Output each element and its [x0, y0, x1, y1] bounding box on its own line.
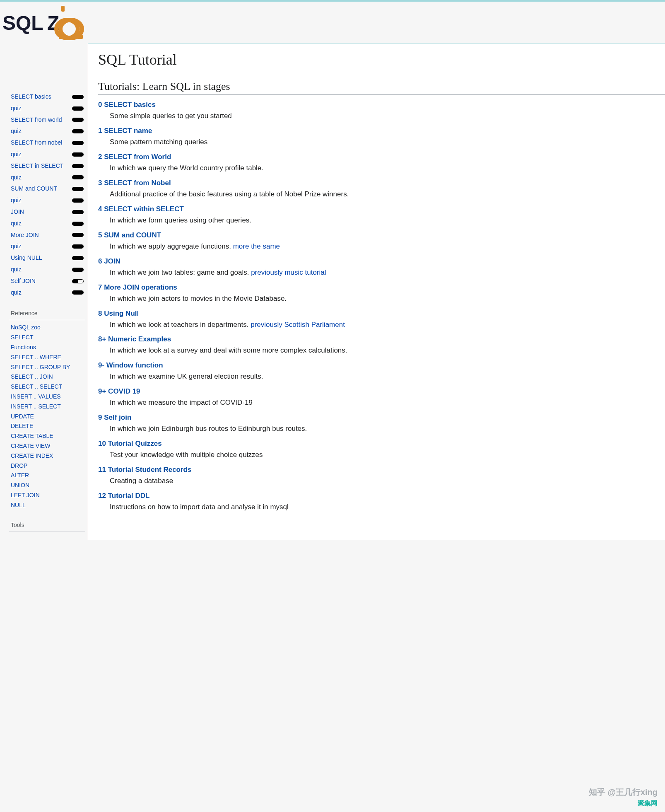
sidebar-nav-link[interactable]: SUM and COUNT — [11, 184, 57, 194]
site-logo[interactable]: SQL Z — [0, 2, 88, 41]
sidebar-reference-link[interactable]: ALTER — [11, 471, 84, 481]
svg-rect-6 — [61, 6, 65, 12]
tutorial-description: In which we join two tables; game and go… — [110, 268, 665, 278]
progress-pill-icon — [72, 233, 84, 237]
tutorial-description-text: In which we examine UK general election … — [110, 372, 263, 380]
progress-pill-icon — [72, 152, 84, 157]
sidebar-reference-link[interactable]: SELECT .. JOIN — [11, 372, 84, 382]
progress-pill-icon — [72, 256, 84, 260]
progress-pill-icon — [72, 222, 84, 226]
sidebar-reference-link[interactable]: INSERT .. SELECT — [11, 402, 84, 412]
tutorial-description-text: Test your knowledge with multiple choice… — [110, 451, 263, 459]
tutorial-title-link[interactable]: 4 SELECT within SELECT — [98, 205, 665, 213]
sidebar-reference-link[interactable]: CREATE INDEX — [11, 451, 84, 461]
sidebar-nav-row: SELECT basics — [11, 91, 84, 103]
tutorial-title-link[interactable]: 6 JOIN — [98, 257, 665, 266]
sidebar-nav-row: quiz — [11, 149, 84, 160]
progress-pill-icon — [72, 175, 84, 179]
main-content: SQL Tutorial Tutorials: Learn SQL in sta… — [88, 43, 665, 540]
section-title: Tutorials: Learn SQL in stages — [98, 80, 665, 95]
progress-pill-icon — [72, 118, 84, 122]
sidebar-reference-link[interactable]: CREATE VIEW — [11, 441, 84, 451]
tutorial-description-text: Creating a database — [110, 477, 173, 485]
sidebar-nav-link[interactable]: Using NULL — [11, 253, 42, 263]
tutorial-title-link[interactable]: 12 Tutorial DDL — [98, 492, 665, 500]
sidebar-nav-link[interactable]: SELECT from world — [11, 115, 62, 125]
tutorial-description: In which we join actors to movies in the… — [110, 294, 665, 304]
sidebar-nav-row: SELECT from world — [11, 114, 84, 126]
tutorial-description: In which we look at a survey and deal wi… — [110, 346, 665, 355]
tutorial-inline-link[interactable]: more the same — [233, 242, 280, 250]
sidebar-reference-link[interactable]: UNION — [11, 481, 84, 491]
tutorial-description: Additional practice of the basic feature… — [110, 190, 665, 199]
sidebar-nav-link[interactable]: quiz — [11, 173, 22, 183]
sidebar-nav-link[interactable]: quiz — [11, 196, 22, 205]
tutorial-inline-link[interactable]: previously Scottish Parliament — [251, 321, 345, 329]
svg-text:SQL: SQL — [2, 12, 43, 34]
tutorial-description: Test your knowledge with multiple choice… — [110, 450, 665, 460]
tutorial-description-text: In which we join actors to movies in the… — [110, 295, 287, 302]
sidebar-reference-link[interactable]: NULL — [11, 500, 84, 510]
progress-pill-icon — [72, 279, 84, 283]
svg-rect-5 — [77, 35, 83, 39]
tutorial-description: Some simple queries to get you started — [110, 111, 665, 121]
tutorial-title-link[interactable]: 8+ Numeric Examples — [98, 335, 665, 343]
sidebar-nav-link[interactable]: JOIN — [11, 207, 24, 217]
sidebar-nav-row: quiz — [11, 195, 84, 206]
sidebar-nav-row: Self JOIN — [11, 276, 84, 287]
sidebar-nav-link[interactable]: quiz — [11, 219, 22, 229]
tutorial-title-link[interactable]: 9+ COVID 19 — [98, 387, 665, 396]
sidebar-nav-link[interactable]: quiz — [11, 104, 22, 114]
sidebar-nav-link[interactable]: SELECT from nobel — [11, 138, 62, 148]
sidebar-nav-link[interactable]: quiz — [11, 150, 22, 160]
sidebar-nav-link[interactable]: quiz — [11, 242, 22, 251]
sidebar-reference-link[interactable]: SELECT .. WHERE — [11, 353, 84, 362]
sidebar-nav-link[interactable]: SELECT in SELECT — [11, 161, 63, 171]
tutorial-title-link[interactable]: 0 SELECT basics — [98, 101, 665, 109]
sidebar-nav-row: SELECT from nobel — [11, 137, 84, 149]
tutorial-title-link[interactable]: 1 SELECT name — [98, 127, 665, 135]
tutorial-title-link[interactable]: 9 Self join — [98, 413, 665, 422]
tutorial-description-text: In which we apply aggregate functions. — [110, 242, 233, 250]
progress-pill-icon — [72, 290, 84, 295]
sidebar-reference-link[interactable]: UPDATE — [11, 412, 84, 422]
tutorial-title-link[interactable]: 7 More JOIN operations — [98, 283, 665, 292]
tutorial-title-link[interactable]: 9- Window function — [98, 361, 665, 370]
sidebar-nav-link[interactable]: Self JOIN — [11, 276, 36, 286]
sidebar-reference-link[interactable]: DELETE — [11, 421, 84, 431]
tutorial-title-link[interactable]: 8 Using Null — [98, 309, 665, 318]
tutorial-description-text: In which we form queries using other que… — [110, 216, 251, 224]
sidebar-reference-link[interactable]: LEFT JOIN — [11, 491, 84, 500]
progress-pill-icon — [72, 106, 84, 111]
tutorial-title-link[interactable]: 11 Tutorial Student Records — [98, 466, 665, 474]
sidebar-reference-link[interactable]: SELECT .. SELECT — [11, 382, 84, 392]
progress-pill-icon — [72, 164, 84, 168]
sidebar-reference-link[interactable]: DROP — [11, 461, 84, 471]
sidebar-reference-link[interactable]: SELECT .. GROUP BY — [11, 362, 84, 372]
sidebar-nav-row: quiz — [11, 126, 84, 137]
tutorial-inline-link[interactable]: previously music tutorial — [251, 268, 326, 276]
sidebar-nav-link[interactable]: More JOIN — [11, 230, 39, 240]
sidebar-nav-row: Using NULL — [11, 252, 84, 264]
tutorial-description: In which we query the World country prof… — [110, 164, 665, 173]
sidebar: SQL Z SELECT basicsquizSELECT from world… — [0, 2, 88, 551]
sidebar-reference-link[interactable]: CREATE TABLE — [11, 431, 84, 441]
sidebar-nav-link[interactable]: quiz — [11, 288, 22, 298]
sidebar-reference-link[interactable]: SELECT — [11, 333, 84, 343]
sidebar-reference-link[interactable]: INSERT .. VALUES — [11, 392, 84, 402]
progress-pill-icon — [72, 129, 84, 133]
sidebar-nav-link[interactable]: quiz — [11, 265, 22, 275]
tutorial-title-link[interactable]: 3 SELECT from Nobel — [98, 179, 665, 187]
sidebar-heading-tools: Tools — [11, 522, 84, 529]
sidebar-nav-link[interactable]: SELECT basics — [11, 92, 51, 102]
tutorial-description-text: In which we query the World country prof… — [110, 164, 263, 172]
sidebar-nav-link[interactable]: quiz — [11, 126, 22, 136]
tutorial-title-link[interactable]: 2 SELECT from World — [98, 153, 665, 161]
progress-pill-icon — [72, 268, 84, 272]
tutorial-title-link[interactable]: 5 SUM and COUNT — [98, 231, 665, 239]
sidebar-reference-link[interactable]: Functions — [11, 343, 84, 353]
tutorial-description: Some pattern matching queries — [110, 138, 665, 147]
sidebar-reference-link[interactable]: NoSQL zoo — [11, 323, 84, 333]
tutorial-title-link[interactable]: 10 Tutorial Quizzes — [98, 440, 665, 448]
tutorial-description-text: Additional practice of the basic feature… — [110, 190, 349, 198]
